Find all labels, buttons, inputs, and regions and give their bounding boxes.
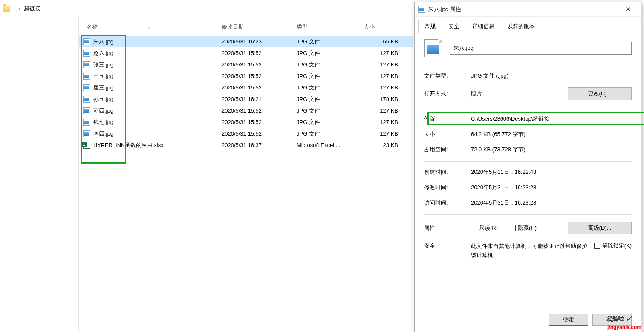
location-label: 位置:	[424, 115, 471, 123]
file-size: 127 KB	[380, 84, 398, 91]
unblock-checkbox[interactable]: 解除锁定(K)	[594, 242, 632, 250]
file-row[interactable]: 苏四.jpg2020/5/31 15:52JPG 文件127 KB	[79, 105, 413, 116]
checkbox-icon	[471, 225, 477, 231]
cancel-button[interactable]: 取消	[592, 314, 632, 326]
file-columns-header[interactable]: 名称 ⌄ 修改日期 类型 大小	[79, 18, 413, 36]
file-type: JPG 文件	[297, 72, 320, 80]
dialog-titlebar[interactable]: 朱八.jpg 属性 ✕	[415, 2, 641, 17]
column-name[interactable]: 名称	[87, 23, 98, 31]
image-file-icon	[83, 73, 90, 80]
size-on-disk-value: 72.0 KB (73,728 字节)	[471, 146, 632, 153]
security-label: 安全:	[424, 242, 471, 250]
ok-button[interactable]: 确定	[549, 314, 588, 326]
file-row[interactable]: 钱七.jpg2020/5/31 15:52JPG 文件127 KB	[79, 116, 413, 128]
accessed-label: 访问时间:	[424, 199, 471, 207]
image-file-icon	[418, 6, 425, 13]
column-date[interactable]: 修改日期	[222, 23, 244, 31]
image-file-icon	[83, 107, 90, 114]
divider	[424, 161, 632, 162]
divider	[424, 214, 632, 215]
file-size: 65 KB	[383, 38, 398, 45]
file-name: 孙五.jpg	[93, 95, 113, 103]
file-list-area: 名称 ⌄ 修改日期 类型 大小 朱八.jpg2020/5/31 16:23JPG…	[79, 17, 413, 332]
image-file-icon	[83, 96, 90, 103]
filename-input[interactable]	[450, 42, 632, 55]
readonly-checkbox[interactable]: 只读(R)	[471, 224, 498, 232]
file-type-icon	[424, 39, 442, 57]
image-file-icon	[83, 84, 90, 91]
file-type: JPG 文件	[297, 107, 320, 115]
file-row[interactable]: 李四.jpg2020/5/31 15:52JPG 文件127 KB	[79, 128, 413, 139]
open-with-value: 照片	[471, 90, 568, 98]
column-type[interactable]: 类型	[297, 23, 308, 31]
file-date: 2020/5/31 15:52	[222, 50, 262, 56]
file-type-value: JPG 文件 (.jpg)	[471, 72, 632, 80]
properties-content: 文件类型: JPG 文件 (.jpg) 打开方式: 照片 更改(C)... 位置…	[415, 33, 641, 274]
file-row[interactable]: 孙五.jpg2020/5/31 16:21JPG 文件178 KB	[79, 93, 413, 105]
breadcrumb[interactable]: › 超链接	[0, 0, 413, 17]
file-type: JPG 文件	[297, 118, 320, 126]
security-text: 此文件来自其他计算机，可能被阻止以帮助保护该计算机。	[471, 242, 594, 260]
file-name: 王五.jpg	[93, 72, 113, 80]
file-size: 127 KB	[380, 50, 398, 56]
chevron-down-icon[interactable]: ⌄	[147, 25, 150, 29]
hidden-checkbox-label: 隐藏(H)	[518, 224, 537, 232]
change-button[interactable]: 更改(C)...	[568, 87, 632, 100]
image-file-icon	[83, 130, 90, 137]
hidden-checkbox[interactable]: 隐藏(H)	[510, 224, 537, 232]
file-name: 钱七.jpg	[93, 118, 113, 126]
checkbox-icon	[594, 243, 600, 249]
file-row[interactable]: 王五.jpg2020/5/31 15:52JPG 文件127 KB	[79, 70, 413, 82]
file-row[interactable]: 朱八.jpg2020/5/31 16:23JPG 文件65 KB	[79, 36, 413, 47]
file-date: 2020/5/31 15:52	[222, 130, 262, 137]
file-date: 2020/5/31 15:52	[222, 107, 262, 114]
file-row[interactable]: 赵六.jpg2020/5/31 15:52JPG 文件127 KB	[79, 47, 413, 59]
file-date: 2020/5/31 16:23	[222, 38, 262, 45]
tab[interactable]: 常规	[418, 20, 442, 33]
divider	[424, 65, 632, 65]
file-size: 127 KB	[380, 119, 398, 125]
file-type: Microsoft Excel ...	[297, 142, 341, 148]
breadcrumb-current[interactable]: 超链接	[24, 5, 40, 12]
tabs: 常规安全详细信息以前的版本	[415, 17, 641, 33]
file-type: JPG 文件	[297, 84, 320, 92]
tab[interactable]: 以前的版本	[501, 20, 541, 33]
sidebar	[0, 17, 79, 332]
tab[interactable]: 详细信息	[466, 20, 501, 33]
advanced-button[interactable]: 高级(D)...	[568, 222, 632, 234]
divider	[424, 108, 632, 108]
file-size: 127 KB	[380, 107, 398, 114]
file-type: JPG 文件	[297, 61, 320, 69]
file-row[interactable]: 唐三.jpg2020/5/31 15:52JPG 文件127 KB	[79, 82, 413, 93]
image-file-icon	[83, 50, 90, 57]
file-size: 127 KB	[380, 73, 398, 79]
file-date: 2020/5/31 16:37	[222, 142, 262, 148]
file-size: 127 KB	[380, 130, 398, 137]
image-file-icon	[83, 119, 90, 126]
excel-file-icon	[83, 142, 90, 149]
file-type: JPG 文件	[297, 38, 320, 46]
tab[interactable]: 安全	[442, 20, 466, 33]
accessed-value: 2020年5月31日，16:23:28	[471, 199, 632, 207]
image-file-icon	[83, 61, 90, 68]
close-button[interactable]: ✕	[618, 3, 638, 16]
file-row[interactable]: HYPERLINK函数的应用.xlsx2020/5/31 16:37Micros…	[79, 139, 413, 151]
file-size: 23 KB	[383, 142, 398, 148]
file-type: JPG 文件	[297, 49, 320, 57]
size-on-disk-label: 占用空间:	[424, 146, 471, 153]
location-value: C:\Users\23606\Desktop\超链接	[471, 115, 632, 123]
file-list: 朱八.jpg2020/5/31 16:23JPG 文件65 KB赵六.jpg20…	[79, 36, 413, 151]
file-name: 苏四.jpg	[93, 107, 113, 115]
checkbox-icon	[510, 225, 516, 231]
attributes-label: 属性:	[424, 224, 471, 232]
file-row[interactable]: 张三.jpg2020/5/31 15:52JPG 文件127 KB	[79, 59, 413, 70]
file-type-label: 文件类型:	[424, 72, 471, 80]
file-date: 2020/5/31 16:21	[222, 96, 262, 102]
explorer-window: › 超链接 名称 ⌄ 修改日期 类型 大小 朱八.jpg2020/5/31 16…	[0, 0, 413, 332]
modified-value: 2020年5月31日，16:23:28	[471, 184, 632, 191]
column-size[interactable]: 大小	[364, 23, 375, 31]
file-name: HYPERLINK函数的应用.xlsx	[93, 141, 164, 149]
properties-dialog: 朱八.jpg 属性 ✕ 常规安全详细信息以前的版本 文件类型: JPG 文件 (…	[414, 2, 641, 332]
file-date: 2020/5/31 15:52	[222, 73, 262, 79]
file-type: JPG 文件	[297, 130, 320, 138]
